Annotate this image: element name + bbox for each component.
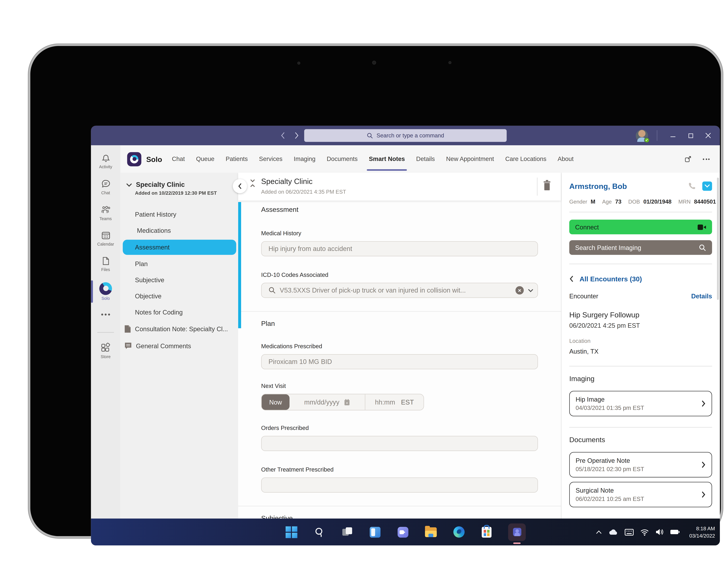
volume-icon[interactable]	[656, 528, 664, 536]
next-visit-time-input[interactable]: hh:mm EST	[365, 394, 424, 410]
imaging-card-hip-image[interactable]: Hip Image 04/03/2021 01:35 pm EST	[569, 391, 712, 416]
tab-about[interactable]: About	[558, 145, 574, 173]
email-icon[interactable]	[702, 182, 712, 191]
tab-queue[interactable]: Queue	[196, 145, 214, 173]
chevron-down-icon[interactable]	[126, 183, 132, 187]
user-avatar[interactable]: ✓	[636, 129, 648, 142]
rail-item-more-apps[interactable]	[91, 314, 121, 316]
mrn-value: 8440501	[694, 198, 716, 205]
tab-details[interactable]: Details	[416, 145, 435, 173]
outline-item-objective[interactable]: Objective	[120, 288, 238, 304]
task-view-icon[interactable]	[341, 526, 354, 538]
tab-patients[interactable]: Patients	[226, 145, 248, 173]
document-card-surgical-note[interactable]: Surgical Note 06/02/2021 10:25 am EST	[569, 482, 712, 507]
close-button[interactable]	[701, 129, 715, 142]
tab-new-appointment[interactable]: New Appointment	[446, 145, 494, 173]
taskbar-search-icon[interactable]	[313, 526, 326, 538]
rail-item-calendar[interactable]: Calendar	[91, 230, 121, 247]
start-button-icon[interactable]	[285, 526, 298, 538]
battery-icon[interactable]	[670, 529, 680, 534]
move-up-icon[interactable]	[250, 184, 255, 187]
tab-imaging[interactable]: Imaging	[294, 145, 316, 173]
orders-prescribed-field[interactable]	[261, 436, 538, 451]
wifi-icon[interactable]	[640, 528, 649, 536]
icd10-select-field[interactable]: V53.5XXS Driver of pick-up truck or van …	[261, 283, 538, 298]
pop-out-icon[interactable]	[683, 154, 692, 164]
taskbar-clock[interactable]: 8:18 AM 03/14/2022	[689, 525, 715, 539]
file-explorer-icon[interactable]	[425, 526, 437, 538]
nav-back-button[interactable]	[279, 131, 286, 140]
teams-chat-icon[interactable]	[397, 526, 409, 538]
note-scroll-area[interactable]: Assessment Medical History Hip injury fr…	[238, 201, 561, 545]
medications-prescribed-field[interactable]: Piroxicam 10 MG BID	[261, 354, 538, 369]
rail-item-chat[interactable]: Chat	[91, 179, 121, 195]
outline-item-patient-history[interactable]: Patient History	[120, 207, 238, 223]
outline-title[interactable]: Specialty Clinic	[136, 181, 185, 188]
teams-app-icon-active[interactable]	[508, 523, 526, 541]
all-encounters-link[interactable]: All Encounters (30)	[569, 275, 712, 283]
orders-prescribed-label: Orders Prescribed	[261, 424, 538, 432]
more-options-icon[interactable]	[701, 154, 711, 164]
comment-icon	[124, 342, 132, 350]
rail-item-solo[interactable]: Solo	[91, 282, 121, 301]
chevron-down-icon[interactable]	[528, 288, 533, 292]
collapse-outline-button[interactable]	[233, 179, 247, 193]
tab-smart-notes[interactable]: Smart Notes	[369, 145, 405, 173]
teams-window: Search or type a command ✓	[91, 126, 720, 546]
outline-item-consultation-note[interactable]: Consultation Note: Specialty Cl...	[120, 320, 238, 338]
maximize-button[interactable]	[684, 129, 697, 142]
outline-item-subjective[interactable]: Subjective	[120, 272, 238, 288]
nav-forward-button[interactable]	[293, 131, 300, 140]
edge-browser-icon[interactable]	[452, 526, 465, 538]
bezel-mic-dot	[297, 62, 300, 65]
rail-item-activity[interactable]: Activity	[91, 153, 121, 169]
outline-item-general-comments[interactable]: General Comments	[120, 337, 238, 354]
document-card-pre-operative-note[interactable]: Pre Operative Note 05/18/2021 02:30 pm E…	[569, 452, 712, 478]
clear-icd-icon[interactable]: ✕	[515, 286, 524, 294]
solo-rail-logo	[99, 282, 112, 295]
active-rail-indicator	[91, 280, 93, 303]
search-patient-imaging-input[interactable]: Search Patient Imaging	[569, 240, 712, 255]
tab-services[interactable]: Services	[259, 145, 282, 173]
other-treatment-field[interactable]	[261, 478, 538, 492]
outline-item-medications[interactable]: Medications	[120, 223, 238, 239]
outline-item-notes-for-coding[interactable]: Notes for Coding	[120, 304, 238, 320]
calendar-icon[interactable]	[344, 398, 350, 406]
onedrive-cloud-icon[interactable]	[608, 529, 618, 535]
bezel-camera-dot	[372, 61, 376, 65]
tab-chat[interactable]: Chat	[172, 145, 185, 173]
patient-name[interactable]: Armstrong, Bob	[569, 182, 688, 191]
move-down-icon[interactable]	[250, 179, 255, 183]
header-divider	[537, 177, 537, 195]
chevron-right-icon	[701, 400, 706, 407]
outline-item-plan[interactable]: Plan	[120, 256, 238, 272]
touch-keyboard-icon[interactable]	[625, 528, 634, 536]
panel-scrollbar[interactable]	[717, 177, 719, 300]
encounter-time: 06/20/2021 4:25 pm EST	[569, 322, 712, 329]
medical-history-label: Medical History	[261, 230, 538, 237]
tab-care-locations[interactable]: Care Locations	[505, 145, 547, 173]
next-visit-date-input[interactable]: mm/dd/yyyy	[290, 394, 365, 410]
outline-item-assessment[interactable]: Assessment	[123, 240, 236, 255]
phone-icon[interactable]	[688, 182, 696, 190]
minimize-button[interactable]	[666, 129, 680, 142]
divider	[569, 427, 712, 427]
command-search-input[interactable]: Search or type a command	[304, 129, 507, 142]
document-title: Pre Operative Note	[576, 457, 701, 464]
encounter-details-link[interactable]: Details	[691, 293, 712, 300]
delete-note-icon[interactable]	[542, 180, 552, 191]
now-toggle-button[interactable]: Now	[261, 394, 290, 410]
rail-item-store[interactable]: Store	[91, 342, 121, 359]
teams-left-rail: Activity Chat Teams	[91, 145, 121, 545]
connect-label: Connect	[575, 223, 599, 231]
widgets-icon[interactable]	[369, 526, 381, 538]
app-command-bar: Solo Chat Queue Patients Services Imagin…	[120, 145, 720, 173]
medical-history-field[interactable]: Hip injury from auto accident	[261, 241, 538, 256]
microsoft-store-icon[interactable]	[480, 526, 493, 538]
tray-chevron-up-icon[interactable]	[596, 530, 602, 534]
outline-item-label: Consultation Note: Specialty Cl...	[135, 325, 235, 333]
rail-item-teams[interactable]: Teams	[91, 205, 121, 221]
connect-button[interactable]: Connect	[569, 220, 712, 234]
rail-item-files[interactable]: Files	[91, 256, 121, 272]
tab-documents[interactable]: Documents	[327, 145, 358, 173]
